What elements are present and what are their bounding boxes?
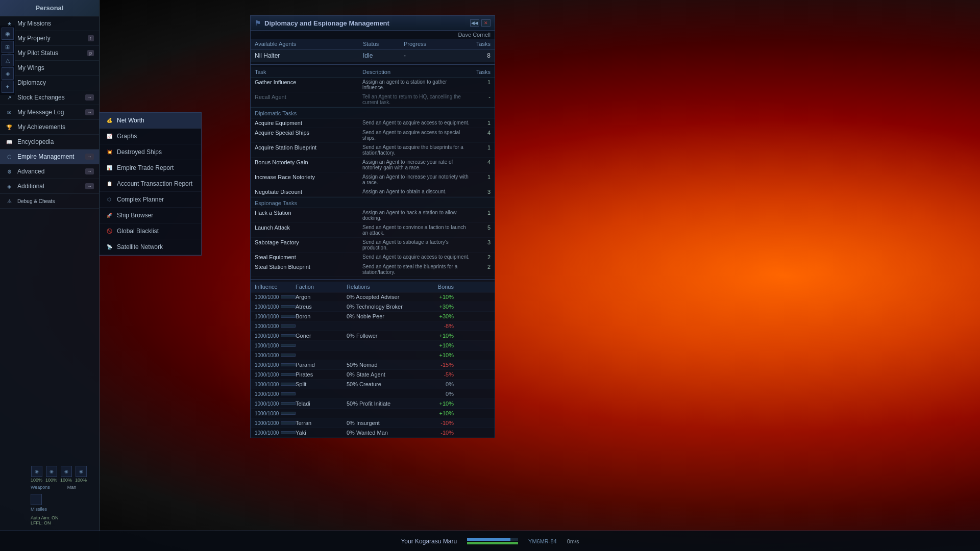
sidebar-item-advanced[interactable]: ⚙ Advanced → bbox=[0, 164, 99, 179]
submenu-complex-planner[interactable]: ⬡ Complex Planner bbox=[100, 192, 201, 208]
task-desc: Send an Agent to acquire the blueprints … bbox=[362, 144, 470, 156]
espionage-task-row[interactable]: Steal Station Blueprint Send an Agent to… bbox=[251, 262, 495, 277]
sidebar-item-additional[interactable]: ◈ Additional → bbox=[0, 179, 99, 194]
task-count: 1 bbox=[470, 210, 491, 221]
influence-bar bbox=[281, 324, 296, 328]
espionage-task-row[interactable]: Launch Attack Send an Agent to convince … bbox=[251, 223, 495, 238]
sidebar-item-debug[interactable]: ⚠ Debug & Cheats bbox=[0, 194, 99, 209]
submenu-trade-report[interactable]: 📊 Empire Trade Report bbox=[100, 160, 201, 176]
diplomatic-task-row[interactable]: Acquire Special Ships Send an Agent to a… bbox=[251, 128, 495, 143]
diplomatic-task-row[interactable]: Acquire Station Blueprint Send an Agent … bbox=[251, 143, 495, 158]
complex-icon: ⬡ bbox=[106, 196, 113, 203]
diplomacy-window-icon: ⚑ bbox=[255, 19, 261, 27]
task-desc: Assign an Agent to increase your notorie… bbox=[362, 174, 470, 185]
task-count: 1 bbox=[470, 174, 491, 185]
influence-bar bbox=[281, 334, 296, 337]
espionage-task-row[interactable]: Hack a Station Assign an Agent to hack a… bbox=[251, 208, 495, 223]
submenu-satellite-network[interactable]: 📡 Satellite Network bbox=[100, 239, 201, 255]
hud-icon-2[interactable]: ⊞ bbox=[2, 41, 14, 53]
influence-row[interactable]: 1000/1000 Split 50% Creature 0% bbox=[251, 380, 495, 389]
bonus-value: -5% bbox=[423, 371, 454, 378]
faction-name: Argon bbox=[296, 294, 347, 300]
relations-text: 50% Nomad bbox=[347, 362, 423, 368]
influence-row[interactable]: 1000/1000 Yaki 0% Wanted Man -10% bbox=[251, 428, 495, 438]
influence-bar bbox=[281, 402, 296, 405]
influence-row[interactable]: 1000/1000 Pirates 0% State Agent -5% bbox=[251, 370, 495, 380]
hud-icon-4[interactable]: ◈ bbox=[2, 67, 14, 80]
ship-name-label: Your Kogarasu Maru bbox=[401, 538, 457, 545]
influence-row[interactable]: 1000/1000 Boron 0% Noble Peer +30% bbox=[251, 312, 495, 321]
bonus-value: 0% bbox=[423, 381, 454, 387]
hud-icon-5[interactable]: ✦ bbox=[2, 81, 14, 93]
influence-bar bbox=[281, 305, 296, 308]
espionage-tasks-label: Espionage Tasks bbox=[251, 197, 495, 208]
infl-value: 1000/1000 bbox=[255, 362, 296, 368]
weapons-label: Weapons bbox=[31, 485, 50, 490]
influence-row[interactable]: 1000/1000 +10% bbox=[251, 409, 495, 418]
blacklist-icon: 🚫 bbox=[106, 228, 113, 235]
sidebar-item-encyclopedia[interactable]: 📖 Encyclopedia bbox=[0, 135, 99, 149]
influence-row[interactable]: 1000/1000 -8% bbox=[251, 321, 495, 331]
espionage-task-row[interactable]: Sabotage Factory Send an Agent to sabota… bbox=[251, 238, 495, 253]
diplomatic-task-row[interactable]: Bonus Notoriety Gain Assign an Agent to … bbox=[251, 158, 495, 172]
agents-col-tasks: Tasks bbox=[465, 41, 491, 47]
agent-row[interactable]: Nil Halter Idle - 8 bbox=[251, 49, 495, 62]
influence-row[interactable]: 1000/1000 Goner 0% Follower +10% bbox=[251, 331, 495, 341]
hud-icon-3[interactable]: △ bbox=[2, 54, 14, 66]
sidebar-item-messages[interactable]: ✉ My Message Log → bbox=[0, 105, 99, 120]
influence-table-body: 1000/1000 Argon 0% Accepted Adviser +10%… bbox=[251, 292, 495, 438]
faction-name: Yaki bbox=[296, 430, 347, 436]
task-row-gather[interactable]: Gather Influence Assign an agent to a st… bbox=[251, 78, 495, 92]
missile-panel: Missiles bbox=[31, 494, 87, 512]
submenu-destroyed-ships[interactable]: 💥 Destroyed Ships bbox=[100, 144, 201, 160]
relations-text: 50% Profit Initiate bbox=[347, 400, 423, 407]
task-count-gather: 1 bbox=[470, 79, 491, 90]
agents-col-name: Available Agents bbox=[255, 41, 363, 47]
window-close-button[interactable]: ✕ bbox=[481, 19, 491, 27]
window-shrink-button[interactable]: ◀◀ bbox=[470, 19, 479, 27]
submenu-net-worth[interactable]: 💰 Net Worth bbox=[100, 113, 201, 129]
weapon-3-icon: ◉ bbox=[61, 466, 72, 477]
auto-aim-label: Auto Aim: ON bbox=[31, 515, 87, 520]
influence-row[interactable]: 1000/1000 Terran 0% Insurgent -10% bbox=[251, 418, 495, 428]
property-badge: ↑ bbox=[88, 35, 94, 41]
task-row-recall[interactable]: Recall Agent Tell an Agent to return to … bbox=[251, 92, 495, 107]
task-desc: Send an Agent to convince a faction to l… bbox=[362, 224, 470, 236]
task-name: Acquire Special Ships bbox=[255, 130, 362, 141]
missile-icon bbox=[31, 494, 42, 505]
tasks-table-header: Task Description Tasks bbox=[251, 67, 495, 78]
empire-badge: → bbox=[85, 154, 94, 160]
submenu-account-transaction[interactable]: 📋 Account Transaction Report bbox=[100, 176, 201, 192]
task-name: Bonus Notoriety Gain bbox=[255, 159, 362, 170]
influence-bar bbox=[281, 295, 296, 298]
submenu-ship-browser[interactable]: 🚀 Ship Browser bbox=[100, 208, 201, 223]
diplomatic-task-row[interactable]: Increase Race Notoriety Assign an Agent … bbox=[251, 172, 495, 187]
diplomatic-task-row[interactable]: Negotiate Discount Assign an Agent to ob… bbox=[251, 187, 495, 197]
weapon-4-pct: 100% bbox=[75, 478, 87, 483]
bonus-value: -8% bbox=[423, 323, 454, 329]
task-name: Hack a Station bbox=[255, 210, 362, 221]
influence-row[interactable]: 1000/1000 Paranid 50% Nomad -15% bbox=[251, 360, 495, 370]
sidebar-item-achievements[interactable]: 🏆 My Achievements bbox=[0, 120, 99, 135]
faction-name: Teladi bbox=[296, 400, 347, 407]
espionage-task-row[interactable]: Steal Equipment Send an Agent to acquire… bbox=[251, 253, 495, 262]
weapon-slot-4: ◉ 100% bbox=[75, 466, 87, 483]
infl-value: 1000/1000 bbox=[255, 314, 296, 319]
relations-text: 0% Accepted Adviser bbox=[347, 294, 423, 300]
diplomatic-task-row[interactable]: Acquire Equipment Send an Agent to acqui… bbox=[251, 118, 495, 128]
influence-row[interactable]: 1000/1000 Teladi 50% Profit Initiate +10… bbox=[251, 399, 495, 409]
submenu-global-blacklist[interactable]: 🚫 Global Blacklist bbox=[100, 223, 201, 239]
hud-icon-1[interactable]: ◉ bbox=[2, 28, 14, 40]
faction-name: Paranid bbox=[296, 362, 347, 368]
influence-row[interactable]: 1000/1000 +10% bbox=[251, 350, 495, 360]
diplomacy-window: ⚑ Diplomacy and Espionage Management ◀◀ … bbox=[250, 15, 495, 438]
infl-value: 1000/1000 bbox=[255, 333, 296, 339]
sidebar-item-empire[interactable]: ⬡ Empire Management → bbox=[0, 149, 99, 164]
influence-row[interactable]: 1000/1000 +10% bbox=[251, 341, 495, 350]
influence-bar bbox=[281, 421, 296, 424]
debug-icon: ⚠ bbox=[5, 197, 13, 205]
submenu-graphs[interactable]: 📈 Graphs bbox=[100, 129, 201, 144]
influence-row[interactable]: 1000/1000 Atreus 0% Technology Broker +3… bbox=[251, 302, 495, 312]
influence-row[interactable]: 1000/1000 0% bbox=[251, 389, 495, 399]
influence-row[interactable]: 1000/1000 Argon 0% Accepted Adviser +10% bbox=[251, 292, 495, 302]
